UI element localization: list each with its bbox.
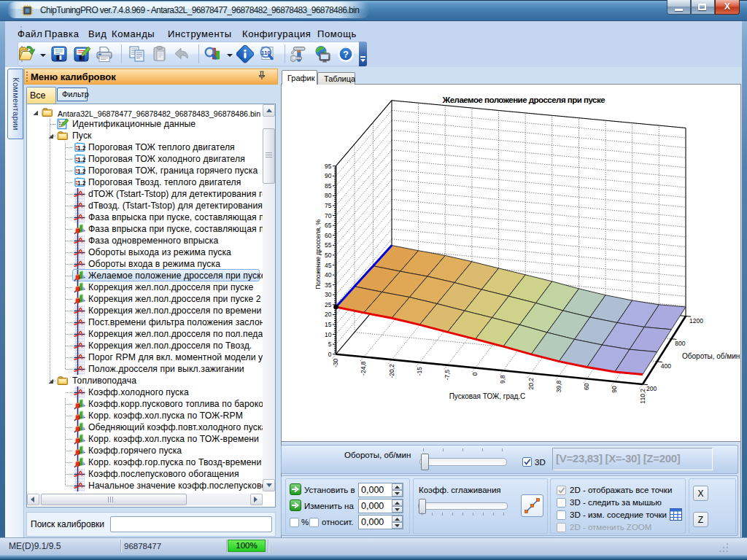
svg-text:45: 45: [325, 262, 332, 269]
svg-text:9,8: 9,8: [499, 375, 506, 384]
svg-text:40: 40: [325, 271, 332, 279]
svg-text:60: 60: [325, 232, 332, 239]
svg-text:400: 400: [661, 362, 671, 370]
svg-text:85: 85: [325, 182, 332, 190]
svg-text:75: 75: [325, 202, 332, 209]
svg-text:70: 70: [325, 212, 332, 219]
svg-text:0: 0: [328, 351, 332, 358]
svg-text:20,2: 20,2: [527, 378, 535, 390]
svg-text:1200: 1200: [689, 317, 703, 324]
svg-text:65: 65: [325, 222, 332, 229]
svg-text:95: 95: [325, 163, 332, 170]
svg-text:39,8: 39,8: [555, 380, 562, 392]
svg-text:30: 30: [325, 291, 332, 298]
svg-text:-30: -30: [332, 358, 339, 368]
svg-text:35: 35: [325, 281, 332, 289]
svg-text:?: ?: [343, 49, 349, 60]
svg-text:80: 80: [325, 192, 332, 199]
svg-text:-15: -15: [416, 367, 423, 376]
svg-text:Положение дросселя, %: Положение дросселя, %: [314, 219, 322, 289]
svg-text:Пусковая ТОЖ, град.С: Пусковая ТОЖ, град.С: [449, 392, 526, 400]
svg-text:20: 20: [325, 311, 332, 318]
svg-text:90: 90: [611, 386, 618, 393]
svg-text:200: 200: [646, 385, 657, 392]
svg-text:800: 800: [675, 340, 685, 347]
svg-text:60: 60: [583, 383, 590, 390]
svg-text:5: 5: [328, 341, 332, 348]
svg-text:110,2: 110,2: [639, 389, 646, 404]
svg-text:Желаемое положение дросселя пр: Желаемое положение дросселя при пуске: [442, 96, 605, 104]
svg-text:25: 25: [325, 301, 332, 308]
svg-text:10: 10: [325, 331, 332, 338]
svg-text:50: 50: [325, 252, 332, 259]
svg-text:-24,8: -24,8: [360, 361, 367, 376]
svg-text:15: 15: [325, 321, 332, 328]
svg-text:-7,5: -7,5: [444, 369, 451, 380]
svg-text:90: 90: [325, 172, 332, 179]
svg-text:Обороты, об/мин: Обороты, об/мин: [682, 352, 740, 360]
svg-text:55: 55: [325, 241, 332, 249]
svg-text:-20,2: -20,2: [388, 364, 395, 378]
svg-text:0: 0: [471, 372, 479, 376]
